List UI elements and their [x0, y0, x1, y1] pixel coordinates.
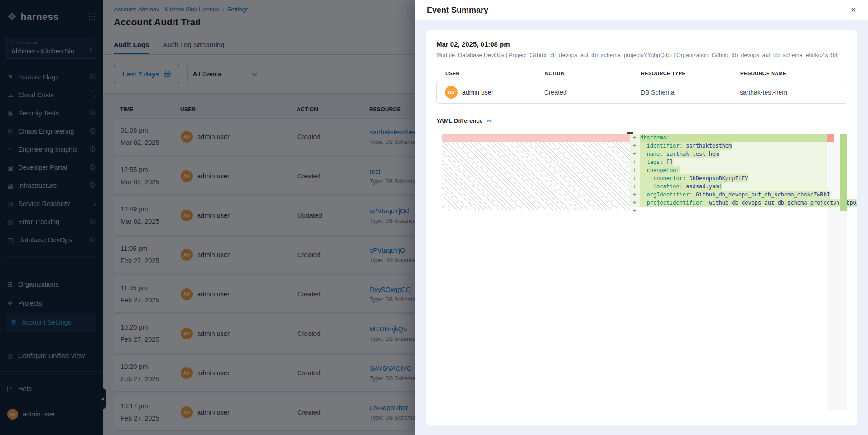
col-resource-type: RESOURCE TYPE: [641, 71, 740, 76]
yaml-diff-editor[interactable]: − + dbschema: +: [436, 132, 847, 411]
diff-added-line: + identifier: sarthaktesthem: [630, 142, 827, 150]
added-line-marker: +: [630, 158, 640, 166]
drawer-body: Mar 02, 2025, 01:08 pm Module: Database …: [415, 20, 868, 435]
detail-action: Created: [544, 89, 641, 96]
event-card: Mar 02, 2025, 01:08 pm Module: Database …: [426, 30, 857, 425]
detail-resource-name: sarthak-test-hem: [740, 89, 847, 96]
added-line-marker: +: [630, 174, 640, 182]
empty-diff-hatch-region: [442, 142, 630, 210]
added-line-marker: +: [630, 150, 640, 158]
detail-row: AU admin user Created DB Schema sarthak-…: [436, 81, 847, 104]
drawer-header: Event Summary ✕: [415, 0, 868, 20]
added-line-marker: +: [630, 166, 640, 174]
detail-resource-type: DB Schema: [641, 89, 740, 96]
yaml-difference-label: YAML Difference: [436, 117, 483, 124]
added-lines: + dbschema: + identifier: sarthaktesthem…: [630, 134, 827, 215]
diff-trailing-line: +: [630, 207, 827, 215]
drawer-title: Event Summary: [427, 5, 488, 15]
user-avatar: AU: [445, 86, 458, 99]
event-summary-drawer: Event Summary ✕ Mar 02, 2025, 01:08 pm M…: [415, 0, 868, 435]
chevron-up-icon: [487, 119, 492, 122]
event-module-line: Module: Database DevOps | Project: Githu…: [436, 52, 847, 58]
close-icon[interactable]: ✕: [850, 6, 856, 14]
yaml-indent-guide: [650, 174, 650, 191]
event-datetime: Mar 02, 2025, 01:08 pm: [436, 40, 847, 48]
added-line-marker: +: [630, 182, 640, 191]
detail-user: AU admin user: [445, 86, 544, 99]
diff-added-line: + changeLog:: [630, 166, 827, 174]
diff-added-line: + connector: DbDevopsoBKpcpIfEV: [630, 174, 827, 182]
added-line-marker: +: [630, 142, 640, 150]
removed-line-bar: [442, 134, 630, 142]
removed-line-marker: −: [436, 134, 442, 142]
diff-added-line: + projectIdentifier: Github_db_devops_au…: [630, 199, 827, 207]
added-line-marker: +: [630, 134, 640, 142]
col-user: USER: [445, 71, 545, 76]
diff-added-line: + location: asdsad.yaml: [630, 182, 827, 191]
yaml-difference-toggle[interactable]: YAML Difference: [436, 117, 847, 124]
overview-ruler-added: [840, 134, 847, 211]
added-line-marker: +: [630, 199, 640, 207]
col-action: ACTION: [545, 71, 641, 76]
diff-added-line: + dbschema:: [630, 134, 827, 142]
diff-added-line: + tags: []: [630, 158, 827, 166]
detail-table-header: USER ACTION RESOURCE TYPE RESOURCE NAME: [436, 71, 847, 76]
col-resource-name: RESOURCE NAME: [740, 71, 847, 76]
added-line-marker: +: [630, 191, 640, 199]
app-root: ❖ harness ⌂ACCOUNT Abhinav - Kitchen Sin…: [0, 0, 868, 435]
diff-added-line: + name: sarthak-test-hem: [630, 150, 827, 158]
diff-added-line: + orgIdentifier: Github_db_devops_aut_db…: [630, 191, 827, 199]
overview-ruler-removed: [827, 134, 834, 142]
